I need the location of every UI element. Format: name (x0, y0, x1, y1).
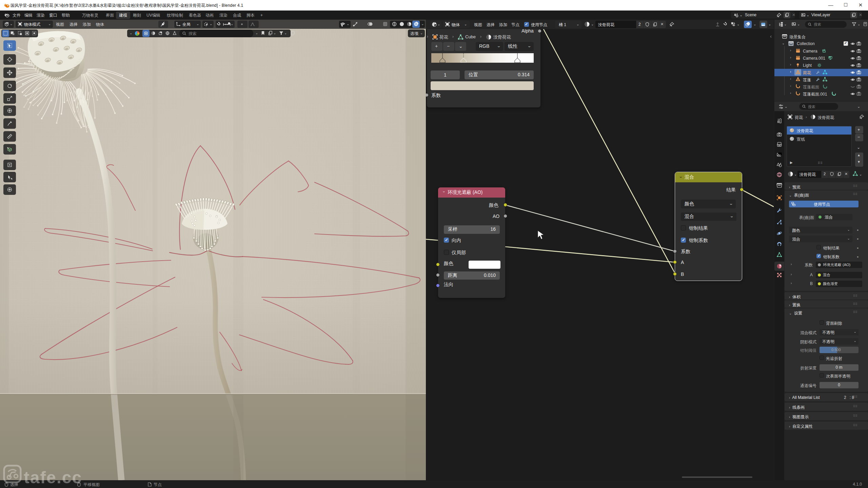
svg-text:tafe.cc: tafe.cc (24, 468, 82, 487)
